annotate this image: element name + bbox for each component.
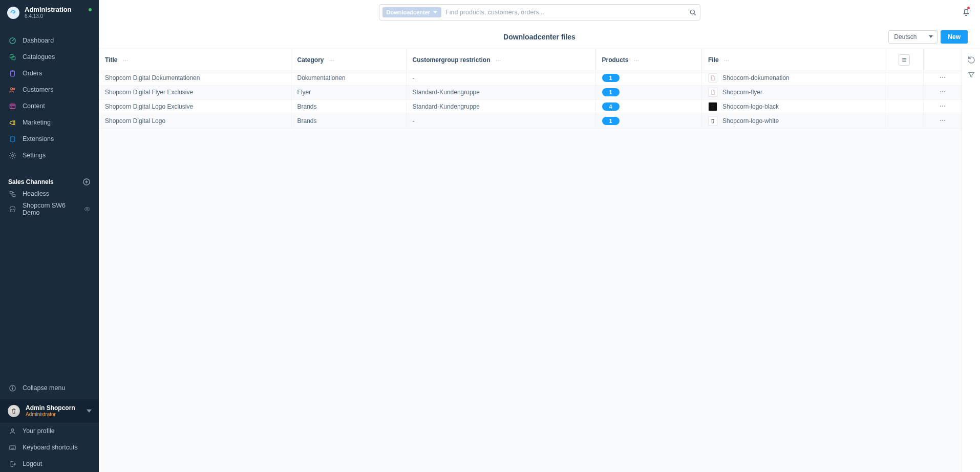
gauge-icon [8, 36, 16, 45]
search-type-label: Downloadcenter [387, 9, 431, 15]
sidebar: Administration 6.4.13.0 DashboardCatalog… [0, 0, 99, 472]
sidebar-header: Administration 6.4.13.0 [0, 0, 99, 22]
nav-item-label: Settings [23, 152, 46, 159]
nav-item-label: Dashboard [23, 37, 54, 44]
column-header-products[interactable]: Products [595, 49, 702, 71]
language-select[interactable]: Deutsch [888, 30, 938, 44]
cell-restriction: - [406, 71, 595, 85]
file-name: Shopcorn-dokumenation [722, 74, 790, 81]
sales-channels-title: Sales Channels [8, 178, 54, 186]
column-settings [885, 49, 923, 71]
chevron-down-icon [87, 407, 92, 415]
add-sales-channel-button[interactable] [82, 178, 91, 186]
clipboard-icon [8, 69, 16, 77]
nav-item-customers[interactable]: Customers [0, 81, 99, 98]
file-name: Shopcorn-flyer [722, 89, 762, 96]
cell-category: Flyer [291, 85, 406, 99]
status-indicator-icon [89, 8, 92, 11]
cell-restriction: Standard-Kundengruppe [406, 99, 595, 114]
row-actions-button[interactable] [939, 102, 946, 110]
nav-item-extensions[interactable]: Extensions [0, 131, 99, 147]
cell-products: 1 [595, 71, 702, 85]
column-menu-icon[interactable] [495, 57, 504, 64]
column-actions [923, 49, 962, 71]
column-menu-icon[interactable] [329, 57, 338, 64]
column-menu-icon[interactable] [723, 57, 733, 64]
nav-item-marketing[interactable]: Marketing [0, 114, 99, 131]
avatar [7, 404, 20, 418]
products-badge: 1 [602, 88, 620, 96]
cell-actions [923, 114, 962, 128]
user-menu-label: Keyboard shortcuts [23, 444, 78, 451]
column-menu-icon[interactable] [633, 57, 643, 64]
cell-category: Brands [291, 99, 406, 114]
collapse-menu-button[interactable]: Collapse menu [0, 380, 99, 396]
column-menu-icon[interactable] [122, 57, 132, 64]
table-row[interactable]: Shopcorn Digital DokumentationenDokument… [99, 71, 962, 85]
main-nav: DashboardCataloguesOrdersCustomersConten… [0, 32, 99, 163]
nav-item-content[interactable]: Content [0, 98, 99, 114]
nav-item-catalogues[interactable]: Catalogues [0, 49, 99, 65]
search-type-chip[interactable]: Downloadcenter [382, 7, 442, 17]
cell-actions [923, 85, 962, 99]
search-input[interactable] [445, 9, 684, 16]
cell-restriction: Standard-Kundengruppe [406, 85, 595, 99]
user-menu-list: Your profileKeyboard shortcutsLogout [0, 423, 99, 472]
channel-label: Shopcorn SW6 Demo [23, 202, 78, 216]
sales-channels-list: HeadlessShopcorn SW6 Demo [0, 186, 99, 217]
topbar: Downloadcenter [99, 0, 980, 25]
new-button[interactable]: New [941, 30, 968, 44]
stack-icon [8, 53, 16, 61]
chevron-down-icon [433, 10, 437, 14]
row-actions-button[interactable] [939, 74, 946, 81]
cell-category: Brands [291, 114, 406, 128]
user-menu-your-profile[interactable]: Your profile [0, 423, 99, 439]
column-header-file[interactable]: File [702, 49, 885, 71]
cell-products: 1 [595, 114, 702, 128]
table-row[interactable]: Shopcorn Digital Logo ExclusiveBrandsSta… [99, 99, 962, 114]
user-menu-toggle[interactable]: Admin Shopcorn Administrator [0, 399, 99, 423]
cell-file: Shopcorn-logo-black [702, 99, 885, 114]
table-row[interactable]: Shopcorn Digital Flyer ExclusiveFlyerSta… [99, 85, 962, 99]
side-rail [962, 49, 980, 472]
channel-item-headless[interactable]: Headless [0, 186, 99, 201]
nav-item-orders[interactable]: Orders [0, 65, 99, 81]
column-header-category[interactable]: Category [291, 49, 406, 71]
nav-item-settings[interactable]: Settings [0, 147, 99, 163]
column-header-restriction[interactable]: Customergroup restriction [406, 49, 595, 71]
megaphone-icon [8, 118, 16, 127]
user-icon [8, 427, 16, 435]
search-icon[interactable] [689, 8, 697, 16]
cell-products: 4 [595, 99, 702, 114]
channel-item-shopcorn-sw6-demo[interactable]: Shopcorn SW6 Demo [0, 201, 99, 217]
reset-button[interactable] [967, 55, 975, 64]
store-icon [8, 205, 16, 213]
nav-item-label: Content [23, 102, 45, 110]
puzzle-icon [8, 135, 16, 143]
cell-file: Shopcorn-logo-white [702, 114, 885, 128]
notification-dot-icon [967, 7, 970, 9]
column-settings-button[interactable] [899, 54, 910, 66]
cell-empty [885, 71, 923, 85]
user-menu-keyboard-shortcuts[interactable]: Keyboard shortcuts [0, 439, 99, 456]
column-header-title[interactable]: Title [99, 49, 291, 71]
cell-empty [885, 85, 923, 99]
cell-empty [885, 114, 923, 128]
nav-item-label: Catalogues [23, 53, 55, 60]
user-menu-label: Logout [23, 460, 42, 467]
main: Downloadcenter Downloadcenter files Deut… [99, 0, 980, 472]
global-search: Downloadcenter [379, 4, 700, 20]
user-name: Admin Shopcorn [26, 405, 75, 412]
nav-item-label: Customers [23, 86, 53, 93]
row-actions-button[interactable] [939, 117, 946, 124]
filter-button[interactable] [967, 71, 975, 79]
app-version: 6.4.13.0 [25, 13, 72, 19]
app-logo-icon [7, 7, 19, 19]
nav-item-dashboard[interactable]: Dashboard [0, 32, 99, 49]
row-actions-button[interactable] [939, 88, 946, 95]
cell-category: Dokumentationen [291, 71, 406, 85]
notifications-button[interactable] [962, 7, 971, 16]
user-menu-logout[interactable]: Logout [0, 456, 99, 472]
file-thumb-icon [708, 116, 717, 126]
table-row[interactable]: Shopcorn Digital LogoBrands-1Shopcorn-lo… [99, 114, 962, 128]
